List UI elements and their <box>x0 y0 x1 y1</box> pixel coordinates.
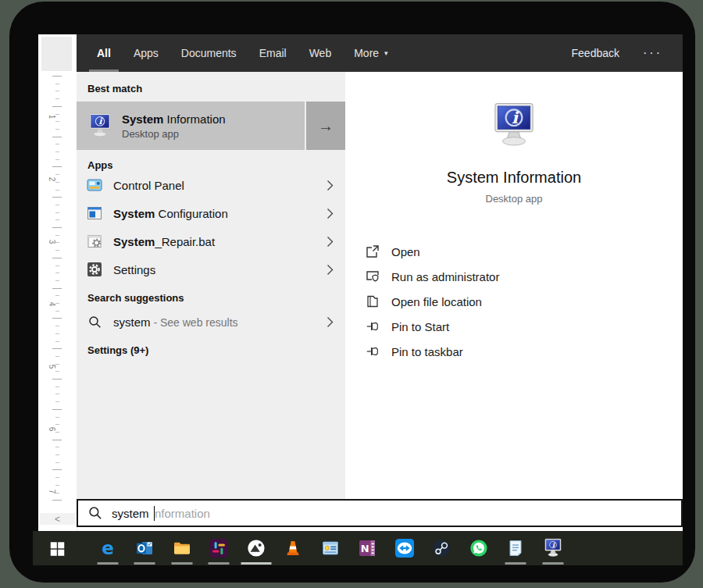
tab-all-label: All <box>97 47 111 59</box>
chevron-right-icon[interactable] <box>327 264 334 279</box>
ruler-margin-block <box>41 37 72 71</box>
screenshot-stage: 1234567 < All Apps Documents Email Web M… <box>0 0 703 588</box>
taskbar-vlc-icon[interactable] <box>275 531 312 565</box>
svg-text:N: N <box>361 543 369 554</box>
settings-gear-icon <box>87 262 102 277</box>
tab-documents[interactable]: Documents <box>181 34 237 72</box>
running-indicator <box>241 562 271 565</box>
action-label: Open <box>391 245 420 258</box>
taskbar-slack-icon[interactable] <box>201 531 238 565</box>
best-match-subtitle: Desktop app <box>122 128 226 140</box>
scroll-left-arrow[interactable]: < <box>40 513 75 525</box>
ruler-number: 6 <box>48 427 56 432</box>
running-indicator <box>505 562 526 565</box>
taskbar-onenote-icon[interactable]: N <box>349 531 387 565</box>
chevron-right-icon[interactable] <box>327 316 334 331</box>
best-match-row: i System Information Desktop app → <box>77 102 345 150</box>
ruler-number: 1 <box>48 115 56 119</box>
app-result-control-panel[interactable]: Control Panel <box>77 171 345 199</box>
chevron-right-icon[interactable] <box>327 236 334 251</box>
expand-result-button[interactable]: → <box>306 102 345 150</box>
best-match-title: System Information <box>122 112 226 126</box>
action-pin-to-taskbar[interactable]: Pin to taskbar <box>366 339 683 364</box>
chevron-right-icon[interactable] <box>327 180 334 194</box>
overflow-menu-button[interactable]: ··· <box>643 46 662 60</box>
right-arrow-icon: → <box>318 117 334 135</box>
feedback-button[interactable]: Feedback <box>572 47 619 59</box>
search-filter-tabs: All Apps Documents Email Web More ▾ Feed… <box>77 34 683 72</box>
search-suggestion-ghost-text: nformation <box>155 507 210 520</box>
tab-more-label: More <box>354 47 379 59</box>
start-button[interactable] <box>33 531 81 565</box>
ruler-medium-ticks <box>52 76 62 502</box>
settings-count-header: Settings (9+) <box>77 336 345 356</box>
action-label: Open file location <box>391 295 482 308</box>
running-indicator <box>209 562 230 565</box>
ruler-number: 2 <box>48 177 56 182</box>
app-result-label: Settings <box>113 263 155 276</box>
running-indicator <box>97 562 118 565</box>
ruler-number: 4 <box>48 302 56 307</box>
tab-web[interactable]: Web <box>309 34 332 72</box>
tab-web-label: Web <box>309 47 332 59</box>
taskbar-search-input[interactable]: system nformation <box>77 499 683 527</box>
preview-title: System Information <box>345 169 683 187</box>
tab-documents-label: Documents <box>181 47 237 59</box>
app-result--repair-bat[interactable]: System_Repair.bat <box>77 227 345 255</box>
apps-header: Apps <box>77 150 345 171</box>
taskbar-teamviewer-icon[interactable] <box>386 531 423 565</box>
running-indicator <box>542 562 563 565</box>
file-location-icon <box>366 294 380 308</box>
taskbar-steam-icon[interactable] <box>423 531 461 565</box>
system-information-icon: i <box>87 112 113 139</box>
ruler-number: 5 <box>48 365 56 369</box>
taskbar-notepad-icon[interactable] <box>498 531 535 565</box>
suggestion-label: system - See web results <box>113 315 238 329</box>
tab-email[interactable]: Email <box>259 34 287 72</box>
tab-more[interactable]: More ▾ <box>354 34 387 72</box>
preview-panel: i System Information Desktop app Open Ru… <box>345 72 683 499</box>
device-frame: 1234567 < All Apps Documents Email Web M… <box>9 2 695 583</box>
taskbar-system-information-icon[interactable]: i <box>534 531 572 565</box>
system-configuration-icon <box>87 205 102 221</box>
vertical-ruler: 1234567 < <box>38 34 77 531</box>
action-open[interactable]: Open <box>366 239 683 264</box>
system-information-large-icon: i <box>490 102 538 150</box>
action-run-as-administrator[interactable]: Run as administrator <box>366 264 683 289</box>
app-result-settings[interactable]: Settings <box>77 255 345 283</box>
search-icon <box>87 314 102 330</box>
results-panel: Best match i System Information Desktop … <box>77 72 345 499</box>
svg-text:e: e <box>102 539 114 558</box>
open-icon <box>366 244 380 258</box>
best-match-result[interactable]: i System Information Desktop app <box>77 102 305 150</box>
chevron-right-icon[interactable] <box>327 208 334 223</box>
action-open-file-location[interactable]: Open file location <box>366 289 683 314</box>
chevron-down-icon: ▾ <box>384 49 388 57</box>
running-indicator <box>134 562 155 565</box>
taskbar-system-window-icon[interactable] <box>312 531 349 565</box>
action-label: Pin to Start <box>391 320 449 333</box>
search-flyout: All Apps Documents Email Web More ▾ Feed… <box>77 34 683 499</box>
taskbar-edge-icon[interactable]: e <box>89 531 127 565</box>
pin-icon <box>366 319 380 333</box>
taskbar-photos-circle-icon[interactable] <box>237 531 275 565</box>
batch-file-icon <box>87 233 102 249</box>
run-admin-icon <box>366 269 380 283</box>
tab-apps-label: Apps <box>134 47 159 59</box>
taskbar-whatsapp-icon[interactable] <box>460 531 498 565</box>
suggestion-system-web-results[interactable]: system - See web results <box>77 308 345 336</box>
search-suggestions-header: Search suggestions <box>77 283 345 304</box>
tab-apps[interactable]: Apps <box>134 34 159 72</box>
tab-email-label: Email <box>259 47 287 59</box>
app-result-label: Control Panel <box>113 179 184 192</box>
app-result-label: System_Repair.bat <box>113 235 215 248</box>
control-panel-icon <box>87 177 102 193</box>
taskbar-outlook-icon[interactable] <box>127 531 164 565</box>
app-result-configuration[interactable]: System Configuration <box>77 199 345 227</box>
action-label: Pin to taskbar <box>391 345 463 358</box>
taskbar-file-explorer-icon[interactable] <box>163 531 201 565</box>
tab-all[interactable]: All <box>97 34 111 72</box>
preview-subtitle: Desktop app <box>345 193 683 205</box>
ruler-number: 7 <box>48 490 56 494</box>
action-pin-to-start[interactable]: Pin to Start <box>366 314 683 339</box>
